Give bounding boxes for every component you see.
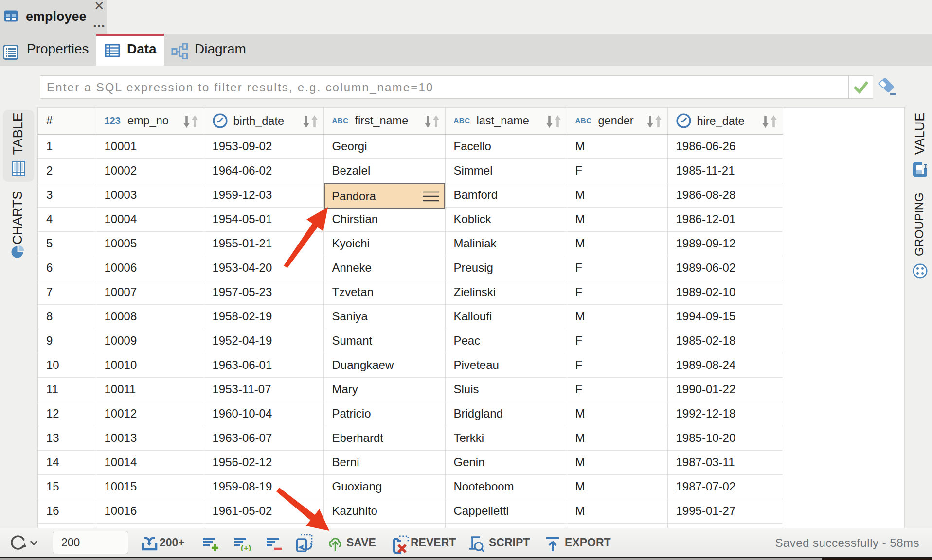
svg-text:(+): (+)	[241, 543, 251, 551]
